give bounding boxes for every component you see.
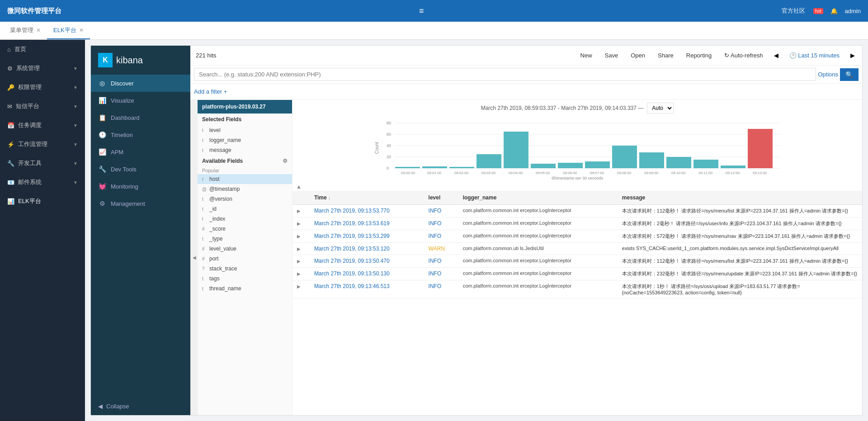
field-name: stack_trace	[209, 265, 288, 272]
admin-user[interactable]: admin	[845, 8, 861, 14]
svg-text:09:09:00: 09:09:00	[644, 171, 659, 175]
field-level-value[interactable]: # level_value	[198, 244, 292, 254]
sidebar-item-home[interactable]: ⌂ 首页	[0, 40, 85, 59]
message-cell: 本次请求耗时：112毫秒！ 请求路径=/sys/menu/list 来源IP=2…	[618, 205, 862, 218]
popular-field-host[interactable]: t host	[198, 174, 292, 184]
col-logger[interactable]: logger_name	[458, 191, 618, 205]
official-site-link[interactable]: 官方社区	[782, 7, 805, 15]
kibana-nav-visualize[interactable]: 📊 Visualize	[91, 92, 190, 109]
kibana-nav-timelion[interactable]: 🕐 Timelion	[91, 126, 190, 143]
time-range-display[interactable]: 🕐 Last 15 minutes	[786, 50, 843, 61]
open-button[interactable]: Open	[627, 50, 649, 61]
field-thread-name[interactable]: t thread_name	[198, 284, 292, 293]
col-message[interactable]: message	[618, 191, 862, 205]
data-area: March 27th 2019, 08:59:03.337 - March 27…	[292, 100, 862, 415]
field-type[interactable]: t _type	[198, 234, 292, 244]
svg-text:40: 40	[387, 143, 391, 148]
sidebar-item-devtools[interactable]: 🔧 开发工具 ▼	[0, 154, 85, 173]
sidebar-item-mail[interactable]: 📧 邮件系统 ▼	[0, 173, 85, 192]
elk-icon: 📊	[7, 198, 14, 205]
hit-count: 221 hits	[196, 52, 217, 59]
kibana-sidebar: K kibana ◎ Discover 📊 Visualize 📋 Dashbo…	[91, 46, 190, 415]
sidebar-item-workflow[interactable]: ⚡ 工作流管理 ▼	[0, 135, 85, 154]
field-name: logger_name	[209, 137, 288, 143]
new-button[interactable]: New	[577, 50, 596, 61]
sidebar-item-system[interactable]: ⚙ 系统管理 ▼	[0, 59, 85, 78]
expand-btn[interactable]: ▶	[292, 205, 310, 218]
selected-field-level[interactable]: t level	[198, 125, 292, 135]
field-tags[interactable]: t tags	[198, 274, 292, 284]
search-button[interactable]: 🔍	[840, 68, 859, 81]
field-port[interactable]: # port	[198, 254, 292, 264]
level-cell: INFO	[424, 280, 458, 298]
svg-text:09:12:00: 09:12:00	[726, 171, 740, 175]
sidebar-item-workflow-label: 工作流管理	[18, 140, 47, 148]
kibana-nav-monitoring[interactable]: 💓 Monitoring	[91, 178, 190, 195]
interval-select[interactable]: Auto	[647, 103, 674, 114]
sidebar-item-elk[interactable]: 📊 ELK平台	[0, 192, 85, 211]
chart-collapse-toggle[interactable]: ▲	[292, 183, 862, 191]
kibana-nav-devtools[interactable]: 🔧 Dev Tools	[91, 161, 190, 178]
field-stack-trace[interactable]: ? stack_trace	[198, 264, 292, 274]
field-timestamp[interactable]: @ @timestamp	[198, 184, 292, 194]
svg-text:09:07:00: 09:07:00	[590, 171, 604, 175]
field-version[interactable]: t @version	[198, 194, 292, 204]
kibana-nav-discover[interactable]: ◎ Discover	[91, 75, 190, 92]
options-button[interactable]: Options	[818, 71, 838, 78]
expand-btn[interactable]: ▶	[292, 218, 310, 230]
search-input[interactable]	[194, 68, 816, 81]
time-cell: March 27th 2019, 09:13:53.120	[310, 243, 424, 255]
add-filter-button[interactable]: Add a filter +	[194, 88, 227, 95]
field-panel-toggle[interactable]: ◀	[190, 100, 198, 415]
col-level[interactable]: level	[424, 191, 458, 205]
kibana-logo-text: kibana	[116, 55, 143, 66]
level-cell: INFO	[424, 205, 458, 218]
save-button[interactable]: Save	[601, 50, 622, 61]
svg-rect-17	[476, 154, 501, 168]
level-cell: WARN	[424, 243, 458, 255]
expand-btn[interactable]: ▶	[292, 268, 310, 280]
expand-btn[interactable]: ▶	[292, 230, 310, 243]
selected-field-message[interactable]: t message	[198, 145, 292, 155]
fields-gear-icon[interactable]: ⚙	[283, 158, 288, 164]
col-time[interactable]: Time ↓	[310, 191, 424, 205]
field-type-badge: @	[202, 187, 208, 192]
field-id[interactable]: t _id	[198, 204, 292, 214]
svg-rect-15	[449, 167, 474, 168]
tab-menu-close[interactable]: ✕	[36, 27, 41, 33]
sidebar-item-system-label: 系统管理	[16, 64, 40, 72]
tab-elk-close[interactable]: ✕	[79, 27, 84, 33]
svg-text:09:10:00: 09:10:00	[671, 171, 686, 175]
reporting-button[interactable]: Reporting	[683, 50, 715, 61]
kibana-nav-apm[interactable]: 📈 APM	[91, 143, 190, 161]
share-button[interactable]: Share	[654, 50, 677, 61]
kibana-nav-dashboard[interactable]: 📋 Dashboard	[91, 109, 190, 126]
hamburger-icon[interactable]: ≡	[419, 6, 424, 16]
field-score[interactable]: # _score	[198, 224, 292, 234]
selected-field-logger[interactable]: t logger_name	[198, 135, 292, 145]
kibana-devtools-icon: 🔧	[98, 165, 106, 173]
auto-refresh-button[interactable]: ↻ Auto-refresh	[721, 50, 766, 61]
expand-btn[interactable]: ▶	[292, 243, 310, 255]
svg-text:09:02:00: 09:02:00	[454, 171, 469, 175]
popular-fields-title: Popular	[198, 167, 292, 174]
prev-time-btn[interactable]: ◀	[772, 50, 780, 61]
svg-text:0: 0	[387, 166, 389, 170]
svg-rect-25	[585, 161, 610, 168]
svg-text:@timestamp per 30 seconds: @timestamp per 30 seconds	[552, 176, 604, 180]
kibana-nav-management[interactable]: ⚙ Management	[91, 195, 190, 212]
next-time-btn[interactable]: ▶	[849, 50, 857, 61]
kibana-collapse-btn[interactable]: ◀ Collapse	[91, 397, 190, 415]
tab-elk[interactable]: ELK平台 ✕	[47, 22, 90, 39]
notification-icon[interactable]: 🔔	[830, 8, 838, 14]
field-index[interactable]: t _index	[198, 214, 292, 224]
system-chevron: ▼	[73, 66, 78, 71]
sidebar-item-task[interactable]: 📅 任务调度 ▼	[0, 116, 85, 135]
tab-menu-management[interactable]: 菜单管理 ✕	[4, 22, 47, 39]
expand-btn[interactable]: ▶	[292, 280, 310, 298]
expand-btn[interactable]: ▶	[292, 255, 310, 268]
field-name: thread_name	[209, 285, 288, 292]
sidebar-item-sms[interactable]: ✉ 短信平台 ▼	[0, 97, 85, 116]
sidebar-item-auth[interactable]: 🔑 权限管理 ▼	[0, 78, 85, 97]
field-type-badge: t	[202, 197, 208, 202]
